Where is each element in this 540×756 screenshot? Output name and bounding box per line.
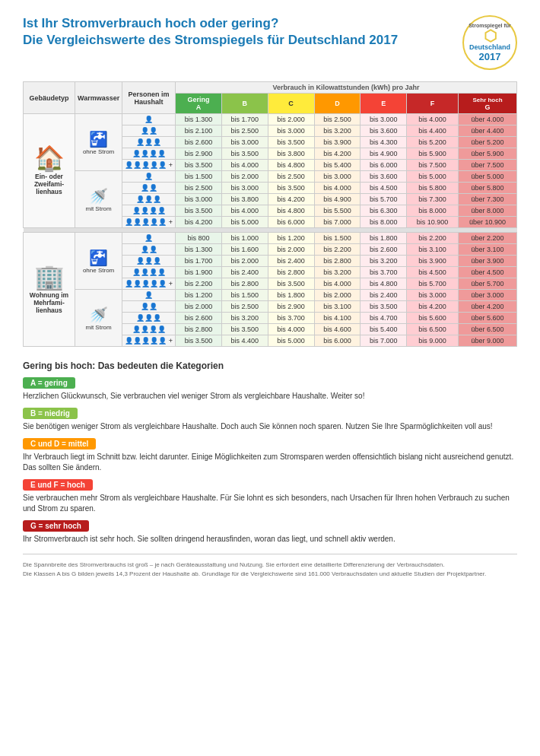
data-cell-b: bis 3.800 xyxy=(221,194,268,205)
data-cell-b: bis 2.000 xyxy=(221,171,268,183)
logo-germany-icon: ⬡ xyxy=(484,28,497,43)
data-cell-a: bis 1.700 xyxy=(175,256,221,267)
data-cell-d: bis 4.000 xyxy=(314,278,361,290)
data-cell-e: bis 3.600 xyxy=(361,171,407,183)
data-cell-a: bis 2.600 xyxy=(175,137,221,148)
data-cell-b: bis 3.000 xyxy=(221,137,268,148)
col-header-f: F xyxy=(407,94,459,114)
data-cell-e: bis 7.000 xyxy=(361,335,407,347)
data-cell-f: bis 4.400 xyxy=(407,125,459,137)
footnote: Die Spannbreite des Stromverbrauchs ist … xyxy=(23,554,517,579)
persons-cell: 👤 xyxy=(122,233,176,244)
data-cell-a: bis 2.800 xyxy=(175,324,221,335)
data-cell-d: bis 2.800 xyxy=(314,256,361,267)
data-cell-c: bis 3.000 xyxy=(268,125,314,137)
persons-cell: 👤👤 xyxy=(122,183,176,194)
persons-cell: 👤👤👤 xyxy=(122,256,176,267)
persons-cell: 👤👤 xyxy=(122,125,176,137)
main-table: Gebäudetyp Warmwasser Personen im Hausha… xyxy=(23,81,517,347)
persons-cell: 👤👤👤👤 xyxy=(122,267,176,278)
data-cell-c: bis 3.500 xyxy=(268,278,314,290)
data-cell-d: bis 1.500 xyxy=(314,233,361,244)
data-cell-e: bis 8.000 xyxy=(361,217,407,228)
data-cell-d: bis 4.000 xyxy=(314,183,361,194)
data-cell-c: bis 4.800 xyxy=(268,160,314,171)
header-title: Ist Ihr Stromverbrauch hoch oder gering?… xyxy=(23,15,398,49)
data-cell-f: bis 3.100 xyxy=(407,244,459,256)
legend-item: A = geringHerzlichen Glückwunsch, Sie ve… xyxy=(23,377,517,402)
data-cell-e: bis 4.700 xyxy=(361,313,407,324)
data-cell-c: bis 2.500 xyxy=(268,171,314,183)
data-cell-f: bis 5.200 xyxy=(407,137,459,148)
data-cell-f: bis 5.600 xyxy=(407,313,459,324)
footnote-line1: Die Spannbreite des Stromverbrauchs ist … xyxy=(23,561,517,570)
data-cell-e: bis 1.800 xyxy=(361,233,407,244)
col-header-warmwasser: Warmwasser xyxy=(75,82,122,114)
data-cell-a: bis 2.500 xyxy=(175,183,221,194)
data-cell-b: bis 3.500 xyxy=(221,148,268,160)
legend-badge: B = niedrig xyxy=(23,408,78,419)
data-cell-g: über 5.600 xyxy=(459,313,517,324)
data-cell-b: bis 1.500 xyxy=(221,290,268,301)
data-cell-c: bis 2.000 xyxy=(268,244,314,256)
persons-cell: 👤👤👤👤 xyxy=(122,148,176,160)
data-cell-f: bis 4.200 xyxy=(407,301,459,313)
data-cell-f: bis 6.500 xyxy=(407,324,459,335)
data-cell-b: bis 3.200 xyxy=(221,313,268,324)
data-cell-b: bis 5.000 xyxy=(221,217,268,228)
data-cell-g: über 6.500 xyxy=(459,324,517,335)
table-header-row1: Gebäudetyp Warmwasser Personen im Hausha… xyxy=(24,82,517,94)
data-cell-d: bis 4.900 xyxy=(314,194,361,205)
data-cell-b: bis 2.000 xyxy=(221,256,268,267)
warmwasser-wohn-ohne-cell: 🚰ohne Strom xyxy=(75,233,122,290)
data-cell-d: bis 5.500 xyxy=(314,205,361,217)
table-row: 🏠Ein- oderZweifami-lienhaus🚰ohne Strom👤b… xyxy=(24,114,517,125)
data-cell-a: bis 3.000 xyxy=(175,194,221,205)
data-cell-g: über 4.500 xyxy=(459,267,517,278)
persons-cell: 👤👤👤👤👤 + xyxy=(122,335,176,347)
page: Ist Ihr Stromverbrauch hoch oder gering?… xyxy=(0,0,540,590)
data-cell-f: bis 9.000 xyxy=(407,335,459,347)
legend-text: Herzlichen Glückwunsch, Sie verbrauchen … xyxy=(23,391,517,402)
data-cell-f: bis 8.000 xyxy=(407,205,459,217)
data-cell-e: bis 6.000 xyxy=(361,160,407,171)
legend-item: B = niedrigSie benötigen weniger Strom a… xyxy=(23,408,517,432)
data-cell-c: bis 5.000 xyxy=(268,335,314,347)
legend-text: Sie verbrauchen mehr Strom als vergleich… xyxy=(23,493,517,514)
col-header-d: D xyxy=(314,94,361,114)
data-cell-b: bis 4.000 xyxy=(221,205,268,217)
legend-title: Gering bis hoch: Das bedeuten die Katego… xyxy=(23,361,517,371)
data-cell-d: bis 4.100 xyxy=(314,313,361,324)
data-cell-f: bis 5.900 xyxy=(407,148,459,160)
data-cell-f: bis 10.900 xyxy=(407,217,459,228)
data-cell-d: bis 2.000 xyxy=(314,290,361,301)
data-cell-f: bis 7.300 xyxy=(407,194,459,205)
warmwasser-mit-cell: 🚿mit Strom xyxy=(75,171,122,228)
data-cell-c: bis 4.000 xyxy=(268,324,314,335)
data-cell-e: bis 4.900 xyxy=(361,148,407,160)
col-header-g: Sehr hochG xyxy=(459,94,517,114)
data-cell-c: bis 2.000 xyxy=(268,114,314,125)
data-cell-e: bis 3.500 xyxy=(361,301,407,313)
data-cell-a: bis 3.500 xyxy=(175,205,221,217)
data-cell-g: über 3.900 xyxy=(459,256,517,267)
data-cell-g: über 3.100 xyxy=(459,244,517,256)
persons-cell: 👤👤👤 xyxy=(122,137,176,148)
data-cell-g: über 4.000 xyxy=(459,114,517,125)
data-cell-a: bis 3.500 xyxy=(175,335,221,347)
data-cell-b: bis 3.000 xyxy=(221,183,268,194)
data-cell-c: bis 6.000 xyxy=(268,217,314,228)
data-cell-a: bis 1.300 xyxy=(175,244,221,256)
data-cell-g: über 8.000 xyxy=(459,205,517,217)
data-cell-b: bis 1.600 xyxy=(221,244,268,256)
data-cell-e: bis 2.600 xyxy=(361,244,407,256)
persons-cell: 👤👤👤 xyxy=(122,313,176,324)
data-cell-g: über 9.000 xyxy=(459,335,517,347)
data-cell-a: bis 2.100 xyxy=(175,125,221,137)
legend-text: Sie benötigen weniger Strom als vergleic… xyxy=(23,421,517,432)
persons-cell: 👤 xyxy=(122,290,176,301)
data-cell-e: bis 6.300 xyxy=(361,205,407,217)
data-cell-g: über 5.700 xyxy=(459,278,517,290)
data-cell-d: bis 5.400 xyxy=(314,160,361,171)
col-header-c: C xyxy=(268,94,314,114)
